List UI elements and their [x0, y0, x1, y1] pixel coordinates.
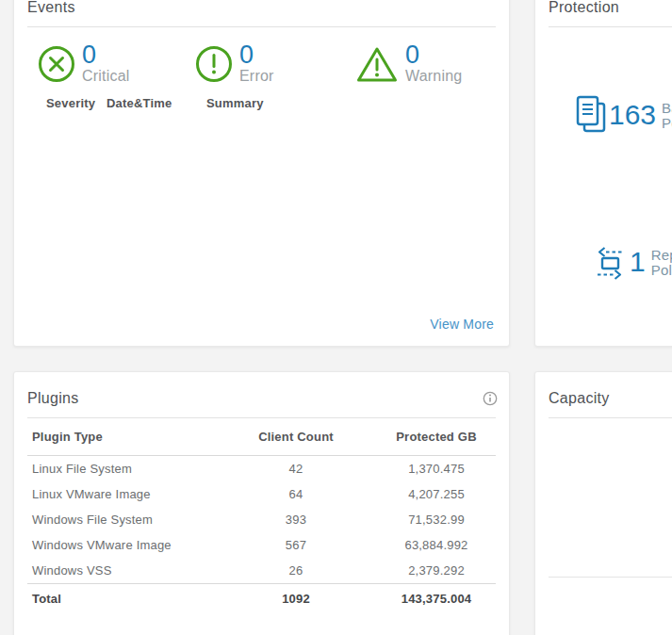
critical-counter: 0 Critical	[37, 44, 130, 85]
plugins-table-header: Plugin Type Client Count Protected GB	[27, 418, 496, 456]
backup-policies-stat: 163 Backup Policies	[576, 95, 672, 138]
plugins-table-total-row: Total 1092 143,375.004	[27, 583, 496, 613]
warning-count: 0	[405, 44, 462, 66]
circle-x-icon	[37, 44, 76, 84]
column-plugin-type: Plugin Type	[27, 430, 215, 444]
column-protected-gb: Protected GB	[377, 430, 496, 444]
circle-exclamation-icon	[194, 44, 234, 84]
capacity-card-header: Capacity	[549, 372, 672, 418]
column-client-count: Client Count	[215, 430, 377, 444]
table-row: Linux VMware Image 64 4,207.255	[27, 481, 496, 507]
plugins-card-header: Plugins	[27, 372, 496, 418]
warning-label: Warning	[405, 67, 462, 85]
capacity-card-title: Capacity	[549, 389, 672, 408]
critical-label: Critical	[82, 67, 130, 85]
table-row: Windows VMware Image 567 63,884.992	[27, 532, 496, 558]
info-icon[interactable]	[483, 391, 498, 406]
total-client-count: 1092	[215, 592, 377, 606]
backup-policies-count: 163	[609, 95, 656, 135]
capacity-card: Capacity	[534, 371, 672, 635]
replication-policies-stat: 1 Replication Policies	[593, 246, 672, 280]
replication-policies-label: Replication Policies	[651, 246, 672, 278]
critical-count: 0	[82, 44, 130, 66]
error-counter: 0 Error	[194, 44, 274, 85]
protection-card-title: Protection	[549, 0, 672, 17]
table-row: Windows VSS 26 2,379.292	[27, 558, 496, 583]
events-column-datetime: Date&Time	[107, 96, 172, 110]
plugins-table-body: Linux File System 42 1,370.475 Linux VMw…	[27, 456, 496, 583]
protection-card: Protection 163 Backup Policies	[534, 0, 672, 347]
replication-policies-count: 1	[630, 246, 646, 278]
replication-policies-icon	[593, 246, 627, 280]
events-column-summary: Summary	[206, 96, 264, 110]
events-card: Events 0 Critical 0 Error	[13, 0, 510, 347]
table-row: Linux File System 42 1,370.475	[27, 456, 496, 481]
error-label: Error	[239, 67, 274, 85]
total-protected-gb: 143,375.004	[377, 592, 496, 606]
triangle-exclamation-icon	[354, 44, 400, 84]
plugins-table: Plugin Type Client Count Protected GB Li…	[27, 418, 496, 613]
backup-policies-icon	[576, 95, 606, 138]
total-label: Total	[27, 592, 215, 606]
backup-policies-label: Backup Policies	[662, 95, 672, 131]
protection-card-header: Protection	[549, 0, 672, 27]
events-column-severity: Severity	[46, 96, 95, 110]
warning-counter: 0 Warning	[354, 44, 462, 85]
error-count: 0	[239, 44, 274, 66]
plugins-card-title: Plugins	[27, 389, 496, 408]
plugins-card: Plugins Plugin Type Client Count Protect…	[13, 371, 510, 635]
view-more-link[interactable]: View More	[430, 317, 494, 332]
events-card-title: Events	[27, 0, 496, 17]
dashboard: { "colors": { "success_green": "#4aa21f"…	[0, 0, 672, 635]
table-row: Windows File System 393 71,532.99	[27, 507, 496, 532]
capacity-section-divider	[549, 577, 672, 578]
events-card-header: Events	[27, 0, 496, 27]
